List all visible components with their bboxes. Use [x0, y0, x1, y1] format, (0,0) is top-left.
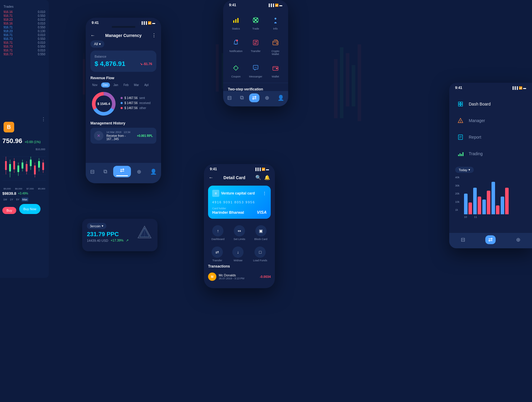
- sidebar-item-dashboard[interactable]: Dash Board: [449, 96, 532, 112]
- bottom-nav: ⊟ ⧉ ⇄ ⊕ 👤: [86, 163, 161, 183]
- settings-crypto-wallet[interactable]: Crypto Wallet: [265, 34, 285, 59]
- tab-dec[interactable]: Dec: [101, 82, 110, 87]
- trade-label: Trade: [252, 27, 259, 30]
- settings-nav-layers[interactable]: ⧉: [237, 93, 247, 102]
- notification-icon[interactable]: 🔔: [264, 175, 270, 180]
- load-funds-icon: □: [254, 247, 266, 258]
- withdraw-action[interactable]: ↓ Widraw: [232, 247, 244, 262]
- transfer-action[interactable]: ⇄ Transfer: [212, 247, 223, 262]
- load-funds-action[interactable]: □ Load Funds: [253, 247, 267, 262]
- transaction-item: M Mc Donalds 26.07.2019 - 3:13 PM -0.003…: [208, 271, 271, 283]
- set-limits-action[interactable]: ⇔ Set Limits: [233, 225, 245, 241]
- settings-trade[interactable]: Trade: [246, 11, 266, 34]
- tab-mar[interactable]: Mar: [132, 82, 141, 87]
- buy-now-button[interactable]: Buy Now: [19, 204, 40, 214]
- svg-rect-50: [237, 18, 239, 23]
- signal-icon: ▐▐▐: [512, 86, 518, 90]
- chevron-down-icon: ▾: [468, 168, 470, 172]
- settings-bottom-nav: ⊟ ⧉ ⇄ ⊕ 👤: [223, 91, 288, 106]
- more-menu-button[interactable]: ⋮: [152, 33, 156, 38]
- block-card-action[interactable]: ▣ Block Card: [254, 225, 267, 241]
- tab-feb[interactable]: Feb: [122, 82, 130, 87]
- management-history: Management History ✕ 14 Mar 2019 13:34 R…: [90, 121, 156, 144]
- wifi-icon: 📶: [275, 4, 278, 7]
- search-icon[interactable]: 🔍: [255, 175, 261, 180]
- settings-wallet[interactable]: Wallet: [265, 59, 285, 82]
- settings-statics[interactable]: Statics: [226, 11, 246, 34]
- settings-nav-home[interactable]: ⊟: [224, 93, 235, 102]
- coin-selector[interactable]: 3ercoin ▾: [87, 223, 106, 229]
- dashboard-action[interactable]: ↑ Dashboard: [211, 225, 224, 241]
- nav-home[interactable]: ⊟: [87, 167, 98, 176]
- crypto-amount: 231.79 PPC: [87, 231, 129, 238]
- sidebar-item-trading[interactable]: Trading: [449, 145, 532, 162]
- sidebar-item-manager[interactable]: Manager: [449, 112, 532, 129]
- nav-layers[interactable]: ⧉: [100, 167, 110, 176]
- card-actions-row1: ↑ Dashboard ⇔ Set Limits ▣ Block Card: [204, 222, 275, 243]
- signal-icon: ▐▐▐: [141, 21, 147, 25]
- settings-phone: 9:41 ▐▐▐ 📶 ▬ Statics: [223, 0, 288, 106]
- report-nav-icon: [456, 133, 465, 141]
- merchant-name: Mc Donalds: [219, 273, 257, 277]
- tab-apl[interactable]: Apl: [142, 82, 150, 87]
- filter-5y[interactable]: 5Y: [15, 197, 20, 202]
- wallet-icon: [272, 65, 279, 71]
- transactions-section: Transactions M Mc Donalds 26.07.2019 - 3…: [204, 264, 275, 283]
- signal-icon: ▐▐▐: [254, 168, 261, 171]
- sidebar-nav-globe[interactable]: ⊕: [513, 235, 523, 244]
- filter-max[interactable]: Max: [22, 197, 28, 202]
- svg-rect-55: [253, 40, 258, 45]
- svg-point-54: [236, 40, 238, 41]
- coupon-icon-box: [231, 63, 241, 73]
- messanger-icon: [252, 65, 259, 71]
- table-row: 916.16 0.010: [2, 10, 47, 14]
- filter-dropdown[interactable]: All ▾: [90, 40, 104, 48]
- filter-1m[interactable]: 1M: [2, 197, 8, 202]
- filter-1y[interactable]: 1Y: [9, 197, 14, 202]
- settings-notification[interactable]: Notification: [226, 34, 246, 59]
- table-row: 916.71 0.550: [2, 25, 47, 29]
- bar-blue-1: [464, 194, 468, 214]
- status-time: 9:41: [210, 167, 217, 171]
- info-label: Info: [273, 27, 278, 30]
- today-selector[interactable]: Today ▾: [455, 167, 474, 173]
- settings-nav-globe[interactable]: ⊕: [262, 93, 272, 102]
- card-holder-label: Card holder: [212, 207, 267, 210]
- ripple-icon: ✕: [94, 131, 103, 140]
- tab-jan[interactable]: Jan: [112, 82, 120, 87]
- sidebar-nav-active[interactable]: ⇄: [485, 235, 496, 244]
- tab-nov[interactable]: Nov: [90, 82, 99, 87]
- coupon-label: Coupon: [231, 75, 241, 78]
- svg-rect-32: [26, 164, 27, 171]
- svg-rect-0: [83, 59, 85, 95]
- revenue-section: Revenue Flow Nov Dec Jan Feb Mar Apl: [90, 76, 156, 117]
- card-actions-row2: ⇄ Transfer ↓ Widraw □ Load Funds: [204, 243, 275, 264]
- active-icon: ⇄: [488, 236, 493, 243]
- settings-info[interactable]: Info: [265, 11, 285, 34]
- settings-transfer[interactable]: Transfer: [246, 34, 266, 59]
- settings-messanger[interactable]: Messanger: [246, 59, 266, 82]
- back-button[interactable]: ←: [209, 175, 213, 180]
- revenue-legend: $ 1467.56 sent $ 1467.56 received $ 1467…: [121, 96, 156, 111]
- sidebar-item-report[interactable]: Report: [449, 129, 532, 145]
- back-button[interactable]: ←: [90, 33, 95, 38]
- nav-globe[interactable]: ⊕: [134, 167, 144, 176]
- bar-red-1: [468, 202, 472, 214]
- card-more-button[interactable]: ⋮: [262, 191, 267, 196]
- nav-transfer[interactable]: ⇄: [113, 166, 131, 177]
- settings-coupon[interactable]: Coupon: [226, 59, 246, 82]
- settings-nav-transfer[interactable]: ⇄: [249, 93, 259, 102]
- settings-nav-profile[interactable]: 👤: [275, 93, 287, 102]
- legend-dot-other: [121, 107, 123, 109]
- sidebar-nav-home[interactable]: ⊟: [458, 235, 468, 244]
- svg-rect-1: [84, 53, 84, 100]
- svg-rect-48: [233, 20, 234, 23]
- more-options-icon[interactable]: ⋮: [41, 116, 46, 122]
- nav-profile[interactable]: 👤: [147, 167, 160, 176]
- battery-icon: ▬: [152, 21, 155, 25]
- month-tabs: Nov Dec Jan Feb Mar Apl: [90, 82, 156, 87]
- buy-button[interactable]: Buy: [2, 207, 16, 214]
- svg-rect-24: [9, 164, 11, 171]
- balance-display: $ 4,876.91 ↘ -$1.76: [95, 60, 152, 68]
- transaction-date: 26.07.2019 - 3:13 PM: [219, 277, 257, 280]
